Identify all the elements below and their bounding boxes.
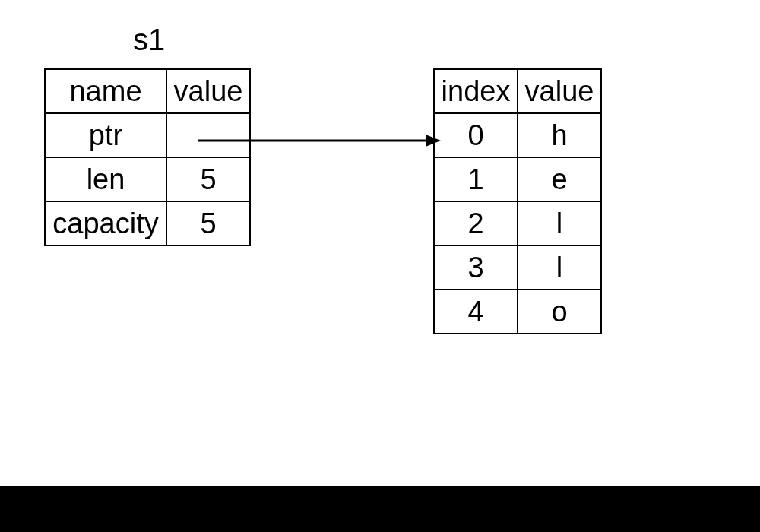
header-value: value [518, 69, 601, 113]
cell-index: 4 [434, 290, 518, 334]
cell-name: len [45, 157, 166, 201]
cell-index: 2 [434, 201, 518, 245]
cell-name: capacity [45, 201, 166, 245]
cell-value: o [518, 290, 601, 334]
cell-index: 1 [434, 157, 518, 201]
cell-value: 5 [166, 201, 250, 245]
table-row: capacity 5 [45, 201, 250, 245]
header-name: name [45, 69, 166, 113]
cell-value: h [518, 113, 601, 157]
cell-name: ptr [45, 113, 166, 157]
struct-table: name value ptr len 5 capacity 5 [44, 68, 251, 246]
table-header-row: index value [434, 69, 601, 113]
cell-index: 0 [434, 113, 518, 157]
header-value: value [166, 69, 250, 113]
table-row: 0 h [434, 113, 601, 157]
cell-value: e [518, 157, 601, 201]
cell-index: 3 [434, 245, 518, 290]
table-row: len 5 [45, 157, 250, 201]
cell-value [166, 113, 250, 157]
heap-table: index value 0 h 1 e 2 l 3 l 4 o [433, 68, 602, 334]
table-row: 4 o [434, 290, 601, 334]
table-row: 1 e [434, 157, 601, 201]
struct-title: s1 [133, 23, 165, 57]
cell-value: l [518, 201, 601, 245]
diagram-panel: s1 name value ptr len 5 capacity 5 index… [0, 0, 760, 486]
cell-value: l [518, 245, 601, 290]
table-row: 2 l [434, 201, 601, 245]
table-row: ptr [45, 113, 250, 157]
header-index: index [434, 69, 518, 113]
table-row: 3 l [434, 245, 601, 290]
cell-value: 5 [166, 157, 250, 201]
table-header-row: name value [45, 69, 250, 113]
